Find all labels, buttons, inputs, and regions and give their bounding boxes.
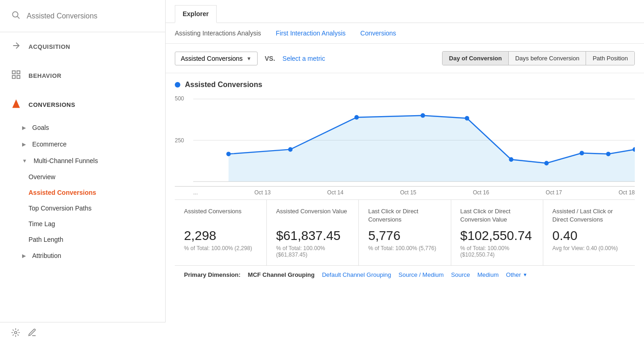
select-metric-link[interactable]: Select a metric xyxy=(282,55,325,62)
stat-label-4: Assisted / Last Click or Direct Conversi… xyxy=(552,207,626,224)
stat-last-click-value: Last Click or Direct Conversion Value $1… xyxy=(451,200,543,265)
stat-value-2: 5,776 xyxy=(368,228,441,243)
chart-dot-icon xyxy=(175,82,180,88)
x-label-dots: ... xyxy=(193,189,198,196)
stat-sub-1: % of Total: 100.00% ($61,837.45) xyxy=(276,245,349,258)
chart-point xyxy=(580,151,584,155)
y-label-250: 250 xyxy=(175,137,184,144)
ecommerce-label: Ecommerce xyxy=(32,140,67,148)
acquisition-label: ACQUISITION xyxy=(29,43,70,50)
svg-rect-3 xyxy=(17,71,20,74)
stat-assisted-conversion-value: Assisted Conversion Value $61,837.45 % o… xyxy=(267,200,359,265)
stat-last-click-conversions: Last Click or Direct Conversions 5,776 %… xyxy=(359,200,451,265)
primary-dim-source-medium[interactable]: Source / Medium xyxy=(398,271,443,278)
stats-row: Assisted Conversions 2,298 % of Total: 1… xyxy=(175,199,635,265)
svg-rect-2 xyxy=(12,71,15,74)
sidebar-item-attribution[interactable]: ▶ Attribution xyxy=(0,247,165,264)
sidebar-item-acquisition[interactable]: ACQUISITION xyxy=(0,32,165,61)
main-content: Explorer Assisting Interactions Analysis… xyxy=(166,0,644,345)
top-conversion-paths-label: Top Conversion Paths xyxy=(29,205,92,212)
other-dropdown-icon: ▼ xyxy=(523,272,528,277)
date-btn-day-of-conversion[interactable]: Day of Conversion xyxy=(443,52,509,65)
stat-label-1: Assisted Conversion Value xyxy=(276,207,349,224)
mcf-label: Multi-Channel Funnels xyxy=(34,157,98,164)
sidebar-item-time-lag[interactable]: Time Lag xyxy=(0,216,165,232)
date-btn-path-position[interactable]: Path Position xyxy=(586,52,634,65)
conversions-label: CONVERSIONS xyxy=(29,101,75,108)
x-label-oct16: Oct 16 xyxy=(473,189,489,196)
primary-dim-source[interactable]: Source xyxy=(451,271,470,278)
stat-value-1: $61,837.45 xyxy=(276,228,349,243)
ecommerce-arrow: ▶ xyxy=(22,141,26,147)
chart-point xyxy=(509,157,513,162)
sub-tab-bar: Assisting Interactions Analysis First In… xyxy=(166,23,644,44)
chart-point xyxy=(354,115,359,120)
chart-point xyxy=(606,152,611,156)
metric-dropdown-label: Assisted Conversions xyxy=(181,55,243,62)
days-before-conversion-label: Days before Conversion xyxy=(515,55,579,62)
stat-label-3: Last Click or Direct Conversion Value xyxy=(460,207,534,224)
other-label: Other xyxy=(506,271,521,278)
sidebar-item-top-conversion-paths[interactable]: Top Conversion Paths xyxy=(0,200,165,216)
behavior-icon xyxy=(11,70,21,82)
sidebar-item-conversions[interactable]: CONVERSIONS xyxy=(0,90,165,119)
path-length-label: Path Length xyxy=(29,236,63,243)
sub-tab-conversions[interactable]: Conversions xyxy=(360,29,396,37)
mcf-arrow: ▼ xyxy=(22,158,27,164)
vs-label: VS. xyxy=(265,55,276,62)
sidebar-item-goals[interactable]: ▶ Goals xyxy=(0,119,165,136)
tab-explorer-label: Explorer xyxy=(183,10,209,18)
sidebar-item-path-length[interactable]: Path Length xyxy=(0,232,165,247)
sidebar-item-assisted-conversions[interactable]: Assisted Conversions xyxy=(0,185,165,200)
sidebar-item-behavior[interactable]: BEHAVIOR xyxy=(0,61,165,90)
svg-line-1 xyxy=(17,17,20,19)
assisted-conversions-nav-label: Assisted Conversions xyxy=(29,189,96,196)
sidebar-footer xyxy=(0,322,166,345)
chart-point xyxy=(465,116,469,121)
chart-title-row: Assisted Conversions xyxy=(175,81,635,89)
stat-value-4: 0.40 xyxy=(552,228,626,243)
line-chart xyxy=(175,94,635,186)
primary-dim-medium[interactable]: Medium xyxy=(477,271,499,278)
stat-sub-4: Avg for View: 0.40 (0.00%) xyxy=(552,245,626,251)
x-label-oct15: Oct 15 xyxy=(400,189,416,196)
behavior-label: BEHAVIOR xyxy=(29,72,62,79)
attribution-arrow: ▶ xyxy=(22,253,26,259)
sub-tab-first[interactable]: First Interaction Analysis xyxy=(276,29,346,37)
stat-sub-2: % of Total: 100.00% (5,776) xyxy=(368,245,441,251)
tab-explorer[interactable]: Explorer xyxy=(175,5,217,23)
goals-label: Goals xyxy=(32,124,49,131)
svg-rect-4 xyxy=(12,76,15,78)
stat-value-0: 2,298 xyxy=(184,228,257,243)
sidebar-item-mcf[interactable]: ▼ Multi-Channel Funnels xyxy=(0,152,165,169)
stat-label-0: Assisted Conversions xyxy=(184,207,257,224)
primary-dim-other[interactable]: Other ▼ xyxy=(506,271,527,278)
x-axis: ... Oct 13 Oct 14 Oct 15 Oct 16 Oct 17 O… xyxy=(175,187,635,196)
sidebar-item-ecommerce[interactable]: ▶ Ecommerce xyxy=(0,136,165,152)
settings-icon[interactable] xyxy=(11,328,20,339)
chart-point xyxy=(420,113,425,118)
chart-point xyxy=(226,152,231,156)
svg-rect-5 xyxy=(17,76,20,78)
chart-container: 500 250 xyxy=(175,94,635,187)
sub-tab-assisting[interactable]: Assisting Interactions Analysis xyxy=(175,29,261,37)
search-bar[interactable] xyxy=(0,0,165,32)
primary-dim-label: Primary Dimension: xyxy=(184,271,241,278)
search-input[interactable] xyxy=(27,12,154,20)
stat-sub-3: % of Total: 100.00% ($102,550.74) xyxy=(460,245,534,258)
primary-dim-default-channel[interactable]: Default Channel Grouping xyxy=(322,271,391,278)
metric-dropdown[interactable]: Assisted Conversions ▼ xyxy=(175,52,258,65)
sidebar-item-overview[interactable]: Overview xyxy=(0,169,165,185)
stat-assisted-conversions: Assisted Conversions 2,298 % of Total: 1… xyxy=(175,200,267,265)
x-label-oct17: Oct 17 xyxy=(546,189,562,196)
chart-point xyxy=(544,161,549,165)
chart-area: Assisted Conversions 500 250 xyxy=(166,73,644,345)
date-btn-days-before-conversion[interactable]: Days before Conversion xyxy=(509,52,586,65)
acquisition-icon xyxy=(11,41,21,53)
sidebar-nav: ACQUISITION BEHAVIOR CONVERSIONS ▶ Goals xyxy=(0,32,165,345)
dropdown-arrow-icon: ▼ xyxy=(247,56,252,61)
day-of-conversion-label: Day of Conversion xyxy=(449,55,502,62)
edit-icon[interactable] xyxy=(28,328,37,339)
metric-row: Assisted Conversions ▼ VS. Select a metr… xyxy=(166,44,644,73)
x-label-oct13: Oct 13 xyxy=(254,189,270,196)
